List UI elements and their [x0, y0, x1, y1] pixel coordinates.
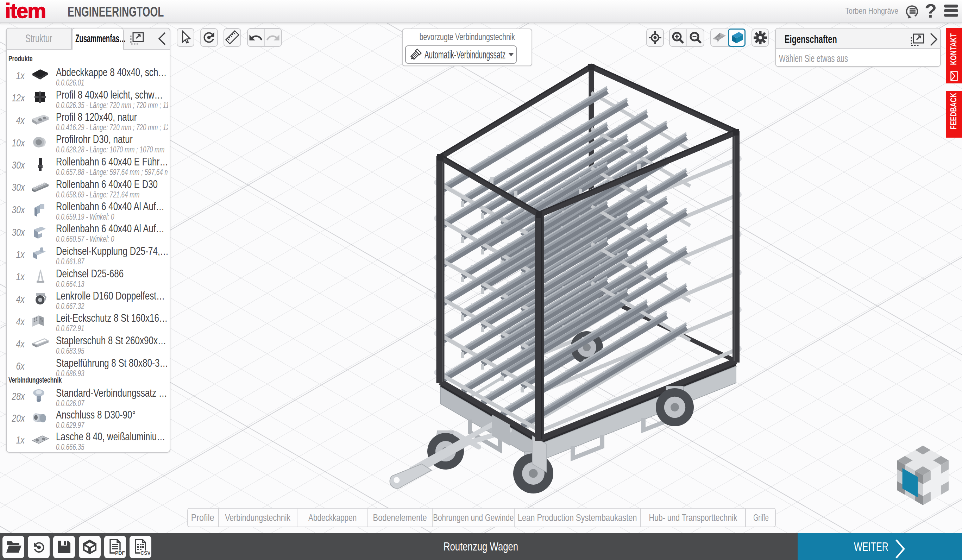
svg-text:PDF: PDF — [115, 550, 124, 556]
svg-text:CSV: CSV — [140, 550, 150, 556]
